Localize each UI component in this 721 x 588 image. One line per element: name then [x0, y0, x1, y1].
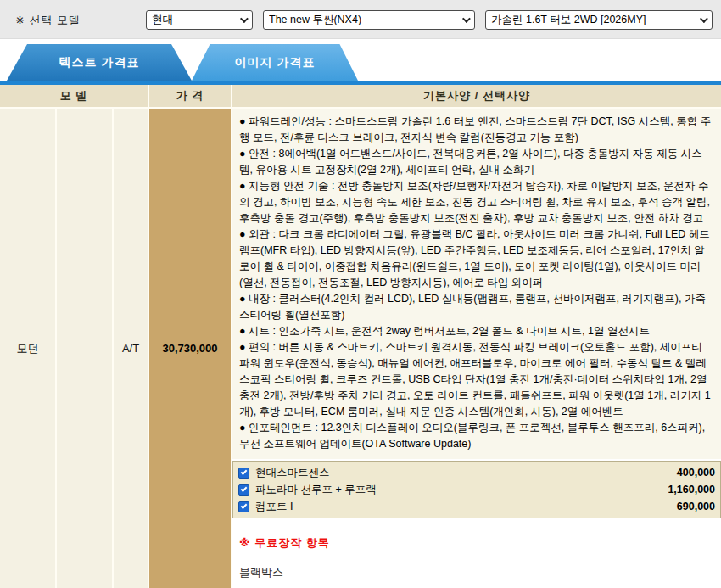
option-row: 컴포트 I 690,000: [238, 498, 715, 515]
option-label: 컴포트 I: [255, 500, 677, 514]
option-row: 파노라마 선루프 + 루프랙 1,160,000: [238, 481, 715, 498]
header-price: 가 격: [149, 85, 232, 107]
option-label: 파노라마 선루프 + 루프랙: [255, 483, 668, 497]
brand-select-value: 현대: [152, 13, 173, 27]
option-row: 현대스마트센스 400,000: [238, 464, 715, 481]
price-cell: 30,730,000: [149, 109, 232, 588]
select-model-label: ※ 선택 모델: [15, 13, 81, 28]
spec-seats: ● 시트 : 인조가죽 시트, 운전석 2way 럼버서포트, 2열 폴드 & …: [239, 323, 714, 339]
spec-exterior: ● 외관 : 다크 크롬 라디에이터 그릴, 유광블랙 B/C 필라, 아웃사이…: [239, 227, 714, 291]
spec-powertrain: ● 파워트레인/성능 : 스마트스트림 가솔린 1.6 터보 엔진, 스마트스트…: [239, 114, 714, 146]
trim-name-cell: 모던: [0, 109, 57, 588]
price-table-page: ※ 선택 모델 현대 The new 투싼(NX4) 가솔린 1.6T 터보 2…: [0, 0, 721, 588]
check-icon: [241, 485, 248, 492]
spec-adas: ● 지능형 안전 기술 : 전방 충돌방지 보조(차량/보행자/자전거 탑승자)…: [239, 178, 714, 227]
empty-cell: [57, 109, 114, 588]
option-price: 690,000: [677, 501, 715, 512]
option-price: 1,160,000: [668, 484, 715, 496]
spec-cell: ● 파워트레인/성능 : 스마트스트림 가솔린 1.6 터보 엔진, 스마트스트…: [232, 109, 721, 588]
spec-infotainment: ● 인포테인먼트 : 12.3인치 디스플레이 오디오(블루링크, 폰 프로젝션…: [239, 420, 714, 452]
brand-select[interactable]: 현대: [146, 10, 253, 30]
model-select[interactable]: The new 투싼(NX4): [263, 10, 475, 30]
tab-image-price-table[interactable]: 이미지 가격표: [192, 44, 358, 81]
header-model: 모 델: [0, 85, 149, 107]
option-label: 현대스마트센스: [255, 466, 677, 480]
check-icon: [241, 468, 248, 475]
spec-interior: ● 내장 : 클러스터(4.2인치 컬러 LCD), LED 실내등(맵램프, …: [239, 291, 714, 323]
spec-convenience: ● 편의 : 버튼 시동 & 스마트키, 스마트키 원격시동, 전동식 파킹 브…: [239, 339, 714, 420]
chevron-down-icon: [240, 14, 249, 23]
model-selector-bar: ※ 선택 모델 현대 The new 투싼(NX4) 가솔린 1.6T 터보 2…: [0, 0, 721, 39]
tab-text-price-table-label: 텍스트 가격표: [59, 55, 140, 70]
free-items-title: ※ 무료장작 항목: [239, 535, 714, 551]
table-header-row: 모 델 가 격 기본사양 / 선택사양: [0, 85, 721, 109]
header-spec: 기본사양 / 선택사양: [232, 85, 721, 107]
chevron-down-icon: [700, 14, 708, 23]
tab-image-price-table-label: 이미지 가격표: [235, 55, 316, 70]
spec-text-block: ● 파워트레인/성능 : 스마트스트림 가솔린 1.6 터보 엔진, 스마트스트…: [232, 109, 721, 459]
spec-safety: ● 안전 : 8에어백(1열 어드밴스드/사이드, 전복대응커튼, 2열 사이드…: [239, 146, 714, 178]
option-checkbox[interactable]: [238, 468, 249, 479]
table-row: 모던 A/T 30,730,000 ● 파워트레인/성능 : 스마트스트림 가솔…: [0, 109, 721, 588]
free-item: 블랙박스: [239, 565, 714, 580]
trim-select-value: 가솔린 1.6T 터보 2WD [2026MY]: [491, 13, 646, 27]
tab-text-price-table[interactable]: 텍스트 가격표: [7, 44, 192, 81]
chevron-down-icon: [462, 14, 471, 23]
option-checkbox[interactable]: [238, 501, 249, 512]
trim-select[interactable]: 가솔린 1.6T 터보 2WD [2026MY]: [485, 10, 713, 30]
model-select-value: The new 투싼(NX4): [269, 13, 361, 27]
free-items-section: ※ 무료장작 항목 블랙박스: [232, 518, 721, 580]
options-box: 현대스마트센스 400,000 파노라마 선루프 + 루프랙 1,160,000…: [232, 461, 721, 518]
option-checkbox[interactable]: [238, 484, 249, 496]
option-price: 400,000: [677, 467, 715, 479]
transmission-cell: A/T: [114, 109, 149, 588]
tab-bar: 텍스트 가격표 이미지 가격표: [0, 39, 721, 81]
check-icon: [241, 502, 248, 509]
